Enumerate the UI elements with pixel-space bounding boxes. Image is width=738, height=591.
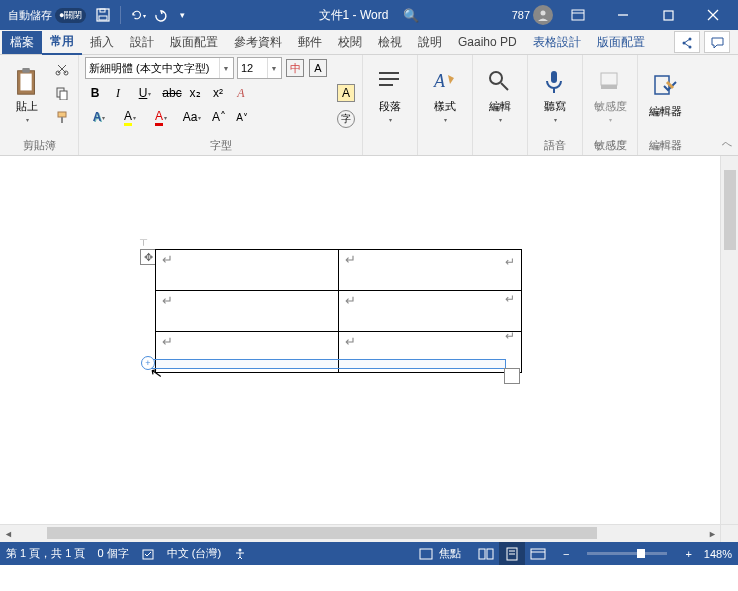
table-cell[interactable]: ↵ (339, 291, 522, 332)
tab-home[interactable]: 常用 (42, 30, 82, 55)
language-status[interactable]: 中文 (台灣) (167, 546, 221, 561)
scroll-left-icon[interactable]: ◄ (0, 525, 17, 542)
row-end-mark: ↵ (505, 329, 515, 343)
collapse-ribbon-icon[interactable]: へ (722, 137, 732, 151)
strike-button[interactable]: abc (162, 83, 182, 103)
zoom-in-icon[interactable]: + (685, 548, 691, 560)
voice-group-label: 語音 (534, 136, 576, 155)
focus-mode[interactable]: 焦點 (419, 546, 461, 561)
autosave-label: 自動儲存 (8, 8, 52, 23)
accessibility-icon[interactable] (233, 547, 247, 561)
font-color-button[interactable]: A▾ (147, 107, 175, 127)
horizontal-scrollbar[interactable]: ◄ ► (0, 524, 721, 542)
zoom-level[interactable]: 148% (704, 548, 732, 560)
editor-button[interactable]: 編輯器 (644, 57, 686, 133)
scrollbar-thumb[interactable] (47, 527, 597, 539)
zoom-thumb[interactable] (637, 549, 645, 558)
web-layout-icon[interactable] (525, 542, 551, 565)
cut-icon[interactable] (52, 59, 72, 79)
sensitivity-button[interactable]: 敏感度▾ (589, 57, 631, 133)
tab-insert[interactable]: 插入 (82, 31, 122, 54)
ribbon-display-icon[interactable] (558, 0, 598, 30)
maximize-icon[interactable] (648, 0, 688, 30)
tab-gaaiho[interactable]: Gaaiho PD (450, 32, 525, 52)
tab-layout[interactable]: 版面配置 (162, 31, 226, 54)
copy-icon[interactable] (52, 83, 72, 103)
tab-help[interactable]: 說明 (410, 31, 450, 54)
sensitivity-group-label: 敏感度 (589, 136, 631, 155)
user-badge[interactable]: 787 (512, 5, 553, 25)
superscript-button[interactable]: x² (208, 83, 228, 103)
minimize-icon[interactable] (603, 0, 643, 30)
grow-font-button[interactable]: A˄ (209, 107, 229, 127)
svg-rect-21 (61, 117, 63, 123)
tab-view[interactable]: 檢視 (370, 31, 410, 54)
phonetic-guide-button[interactable]: 中 (285, 58, 305, 78)
save-icon[interactable] (95, 7, 111, 23)
comments-button[interactable] (704, 31, 730, 53)
autosave-toggle[interactable]: 自動儲存 ●關閉 (5, 7, 89, 24)
page-count[interactable]: 第 1 頁，共 1 頁 (6, 546, 85, 561)
table-cell[interactable]: ↵ (156, 250, 339, 291)
table-cell[interactable]: ↵ (156, 291, 339, 332)
enclose-char-button[interactable]: 字 (336, 109, 356, 129)
paragraph-button[interactable]: 段落▾ (369, 57, 411, 133)
font-name-combo[interactable]: 新細明體 (本文中文字型)▼ (85, 57, 234, 79)
bold-button[interactable]: B (85, 83, 105, 103)
tab-design[interactable]: 設計 (122, 31, 162, 54)
print-layout-icon[interactable] (499, 542, 525, 565)
tab-review[interactable]: 校閱 (330, 31, 370, 54)
tab-table-design[interactable]: 表格設計 (525, 31, 589, 54)
dictate-button[interactable]: 聽寫▾ (534, 57, 576, 133)
insert-row-indicator[interactable] (146, 359, 506, 369)
close-icon[interactable] (693, 0, 733, 30)
scrollbar-thumb[interactable] (724, 170, 736, 250)
font-size-combo[interactable]: 12▼ (237, 57, 282, 79)
change-case-button[interactable]: Aa▾ (178, 107, 206, 127)
table-move-handle-icon[interactable]: ✥ (140, 249, 156, 265)
redo-icon[interactable] (152, 7, 168, 23)
search-icon[interactable]: 🔍 (403, 8, 419, 23)
table-cell[interactable]: ↵ (339, 250, 522, 291)
text-effects-button[interactable]: A▾ (85, 107, 113, 127)
highlight-button[interactable]: A▾ (116, 107, 144, 127)
svg-rect-7 (664, 11, 673, 20)
char-shading-button[interactable]: A (336, 83, 356, 103)
tab-references[interactable]: 參考資料 (226, 31, 290, 54)
document-area[interactable]: ┬ ✥ ↵↵ ↵↵ ↵↵ ↵ ↵ ↵ + ↖ ◄ ► (0, 156, 738, 542)
read-mode-icon[interactable] (473, 542, 499, 565)
underline-button[interactable]: U▾ (131, 83, 159, 103)
ribbon: 貼上 ▾ 剪貼簿 新細明體 (本文中文字型)▼ 12▼ 中 A B (0, 55, 738, 156)
insert-row-handle-icon[interactable]: + (141, 356, 155, 370)
tab-table-layout[interactable]: 版面配置 (589, 31, 653, 54)
subscript-button[interactable]: x₂ (185, 83, 205, 103)
undo-icon[interactable]: ▾ (130, 7, 146, 23)
vertical-scrollbar[interactable] (720, 156, 738, 542)
svg-rect-20 (58, 112, 66, 117)
tab-file[interactable]: 檔案 (2, 31, 42, 54)
word-count[interactable]: 0 個字 (97, 546, 128, 561)
word-table[interactable]: ↵↵ ↵↵ ↵↵ (155, 249, 522, 373)
tab-mailings[interactable]: 郵件 (290, 31, 330, 54)
spellcheck-icon[interactable] (141, 547, 155, 561)
zoom-slider[interactable] (587, 552, 667, 555)
table-row[interactable]: ↵↵ (156, 250, 522, 291)
svg-point-3 (541, 11, 546, 16)
row-end-mark: ↵ (505, 255, 515, 269)
format-painter-icon[interactable] (52, 107, 72, 127)
qat-customize-icon[interactable]: ▾ (174, 7, 190, 23)
styles-button[interactable]: A樣式▾ (424, 57, 466, 133)
editing-button[interactable]: 編輯▾ (479, 57, 521, 133)
char-border-button[interactable]: A (308, 58, 328, 78)
share-button[interactable] (674, 31, 700, 53)
table-row[interactable]: ↵↵ (156, 291, 522, 332)
svg-rect-4 (572, 10, 584, 20)
paste-button[interactable]: 貼上 ▾ (6, 57, 48, 133)
italic-button[interactable]: I (108, 83, 128, 103)
font-size-value: 12 (241, 62, 253, 74)
shrink-font-button[interactable]: A˅ (232, 107, 252, 127)
table-resize-handle-icon[interactable] (504, 368, 520, 384)
zoom-out-icon[interactable]: − (563, 548, 569, 560)
clear-format-button[interactable]: A (231, 83, 251, 103)
scroll-right-icon[interactable]: ► (704, 525, 721, 542)
